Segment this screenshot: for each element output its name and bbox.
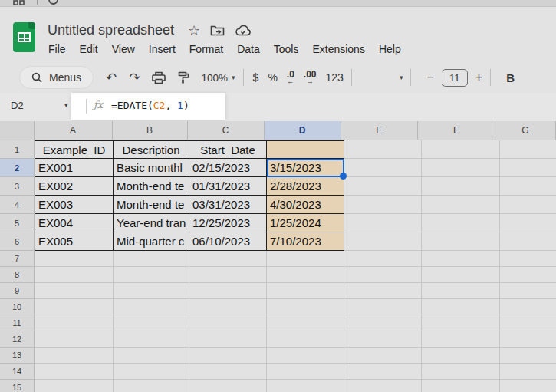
cell-A15[interactable] [35,380,114,392]
row-header-14[interactable]: 14 [0,364,35,380]
cell-B7[interactable] [114,251,189,267]
menu-item-data[interactable]: Data [230,43,267,55]
row-header-5[interactable]: 5 [0,214,35,232]
cell-B10[interactable] [114,299,189,315]
cell-A3[interactable]: EX002 [35,177,114,196]
cell-A4[interactable]: EX003 [35,196,114,214]
cell-F13[interactable] [422,348,500,364]
cell-G11[interactable] [500,315,556,331]
cell-C2[interactable]: 02/15/2023 [189,159,267,177]
row-header-2[interactable]: 2 [0,159,35,177]
name-box[interactable]: D2 [11,100,24,111]
cell-F7[interactable] [422,251,500,267]
cell-G5[interactable] [500,214,556,232]
cell-C13[interactable] [189,348,267,364]
cell-E5[interactable] [344,214,422,232]
cell-B14[interactable] [114,364,189,380]
increase-font-size-button[interactable]: + [475,71,482,84]
cell-C11[interactable] [189,315,267,331]
cell-D4[interactable]: 4/30/2023 [267,196,344,214]
cell-E1[interactable] [344,140,422,159]
cell-F4[interactable] [422,196,500,214]
row-header-6[interactable]: 6 [0,232,35,251]
cell-G7[interactable] [500,251,556,267]
cell-B4[interactable]: Month-end te [114,196,189,214]
cell-D7[interactable] [267,251,344,267]
cell-F1[interactable] [422,140,500,159]
cell-F10[interactable] [422,299,500,315]
cell-F12[interactable] [422,331,500,348]
sheets-logo[interactable] [13,22,35,52]
cell-E7[interactable] [344,251,422,267]
row-header-8[interactable]: 8 [0,267,35,283]
cell-D15[interactable] [267,380,344,392]
decrease-decimal-button[interactable]: .0 ← [287,71,294,85]
percent-format-button[interactable]: % [268,71,277,84]
column-header-B[interactable]: B [113,121,188,140]
cell-C15[interactable] [189,380,267,392]
cell-B15[interactable] [114,380,189,392]
cell-D8[interactable] [267,267,344,283]
decrease-font-size-button[interactable]: − [426,71,433,84]
cell-C1[interactable]: Start_Date [189,140,267,159]
cell-A5[interactable]: EX004 [35,214,114,232]
column-header-C[interactable]: C [188,121,265,140]
column-header-A[interactable]: A [35,121,113,140]
cell-G2[interactable] [500,159,556,177]
cell-A1[interactable]: Example_ID [35,140,114,159]
menu-item-format[interactable]: Format [183,43,230,55]
cell-D3[interactable]: 2/28/2023 [267,177,344,196]
cell-F6[interactable] [422,232,500,251]
cell-B13[interactable] [114,348,189,364]
cell-G6[interactable] [500,232,556,251]
menus-search-pill[interactable]: Menus [19,66,94,89]
undo-icon[interactable]: ↶ [106,70,117,86]
cell-G4[interactable] [500,196,556,214]
cell-D6[interactable]: 7/10/2023 [267,232,344,251]
row-header-11[interactable]: 11 [0,315,35,331]
cell-A12[interactable] [35,331,114,348]
cell-E8[interactable] [344,267,422,283]
cell-B3[interactable]: Month-end te [114,177,189,196]
menu-item-tools[interactable]: Tools [267,43,306,55]
cell-G15[interactable] [500,380,556,392]
cell-E9[interactable] [344,283,422,299]
cell-E15[interactable] [344,380,422,392]
increase-decimal-button[interactable]: .00 → [304,71,317,85]
cell-C4[interactable]: 03/31/2023 [189,196,267,214]
cell-F14[interactable] [422,364,500,380]
cell-F11[interactable] [422,315,500,331]
select-all-corner[interactable] [0,121,35,140]
menu-item-help[interactable]: Help [372,43,408,55]
menu-item-insert[interactable]: Insert [142,43,183,55]
row-header-12[interactable]: 12 [0,331,35,348]
cell-E10[interactable] [344,299,422,315]
font-size-input[interactable]: 11 [442,69,468,87]
cell-C9[interactable] [189,283,267,299]
spreadsheet-title[interactable]: Untitled spreadsheet [48,22,174,38]
cell-E4[interactable] [344,196,422,214]
cell-G9[interactable] [500,283,556,299]
cell-B1[interactable]: Description [114,140,189,159]
row-header-13[interactable]: 13 [0,348,35,364]
cell-C8[interactable] [189,267,267,283]
cell-C3[interactable]: 01/31/2023 [189,177,267,196]
paint-format-icon[interactable] [177,71,189,84]
row-header-15[interactable]: 15 [0,380,35,392]
cell-G12[interactable] [500,331,556,348]
cell-D5[interactable]: 1/25/2024 [267,214,344,232]
zoom-control[interactable]: 100% ▾ [202,72,235,84]
cell-D13[interactable] [267,348,344,364]
cell-F9[interactable] [422,283,500,299]
move-folder-icon[interactable] [210,25,225,37]
cell-E13[interactable] [344,348,422,364]
cell-D14[interactable] [267,364,344,380]
cell-E12[interactable] [344,331,422,348]
cell-D9[interactable] [267,283,344,299]
cell-A11[interactable] [35,315,114,331]
cell-C5[interactable]: 12/25/2023 [189,214,267,232]
cell-A10[interactable] [35,299,114,315]
cell-B12[interactable] [114,331,189,348]
star-icon[interactable]: ☆ [188,24,200,38]
cell-C12[interactable] [189,331,267,348]
